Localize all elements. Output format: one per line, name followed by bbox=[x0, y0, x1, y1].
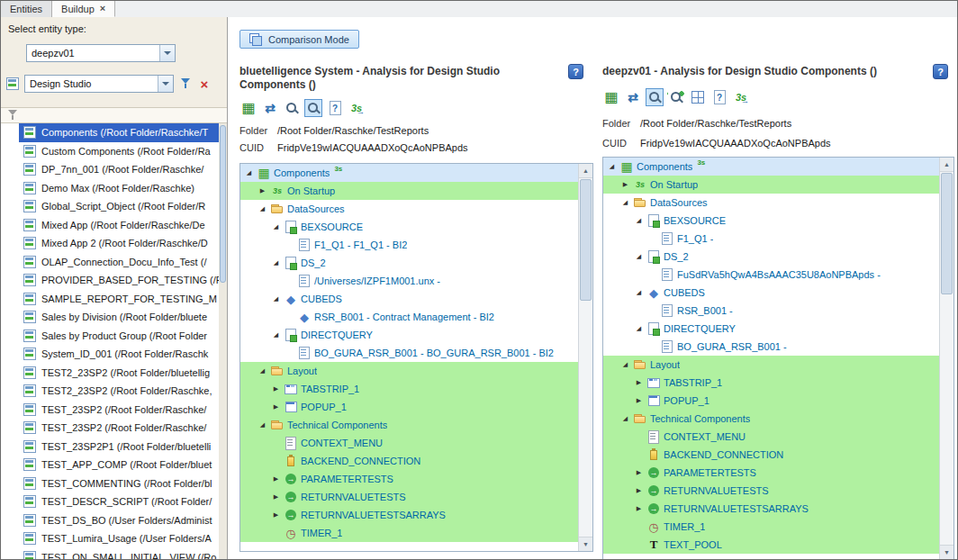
expand-arrow-icon[interactable] bbox=[271, 475, 281, 483]
right-help-icon[interactable] bbox=[933, 64, 948, 79]
tree-item[interactable]: Layout bbox=[603, 356, 940, 374]
entity-list-item[interactable]: TEST_ON_SMALL_INITIAL_VIEW (/Ro bbox=[1, 548, 219, 560]
scroll-down-icon[interactable] bbox=[579, 537, 592, 551]
expand-arrow-icon[interactable] bbox=[634, 469, 644, 476]
entity-list-item[interactable]: Mixed App 2 (/Root Folder/Raschke/D bbox=[1, 234, 219, 253]
tree-item[interactable]: CONTEXT_MENU bbox=[240, 434, 579, 452]
export-excel-icon[interactable] bbox=[602, 88, 620, 106]
tree-item[interactable]: DS_2 bbox=[240, 254, 579, 272]
entity-list-item[interactable]: DP_7nn_001 (/Root Folder/Raschke/ bbox=[1, 160, 219, 179]
collapse-arrow-icon[interactable] bbox=[620, 361, 630, 368]
collapse-arrow-icon[interactable] bbox=[258, 205, 267, 212]
tab-buildup[interactable]: Buildup × bbox=[52, 1, 115, 17]
export-excel-icon[interactable] bbox=[240, 99, 258, 117]
tree-item[interactable]: TEXT_POOL bbox=[603, 536, 940, 554]
right-tree-scrollbar[interactable] bbox=[939, 158, 953, 559]
entity-list-item[interactable]: TEST2_23SP2 (/Root Folder/bluetellig bbox=[1, 364, 219, 383]
tree-item[interactable]: BEXSOURCE bbox=[603, 212, 940, 230]
scroll-up-icon[interactable] bbox=[940, 158, 953, 172]
entity-list-item[interactable]: PROVIDER_BASED_FOR_TESTING (/R bbox=[1, 271, 219, 290]
tab-entities[interactable]: Entities bbox=[1, 1, 52, 17]
entity-list-item[interactable]: TEST_23SP2 (/Root Folder/Raschke/ bbox=[1, 401, 219, 420]
tree-item[interactable]: TABSTRIP_1 bbox=[603, 374, 940, 392]
sidebar-scrollbar[interactable] bbox=[219, 123, 227, 559]
tab-close-icon[interactable]: × bbox=[100, 4, 105, 14]
collapse-arrow-icon[interactable] bbox=[620, 415, 630, 422]
startup-script-icon[interactable] bbox=[348, 99, 366, 117]
scrollbar-thumb[interactable] bbox=[220, 125, 226, 283]
transfer-icon[interactable] bbox=[261, 99, 279, 117]
collapse-arrow-icon[interactable] bbox=[620, 199, 630, 206]
tree-item[interactable]: DS_2 bbox=[603, 248, 940, 266]
zoom-fit-icon[interactable] bbox=[667, 88, 685, 106]
collapse-arrow-icon[interactable] bbox=[271, 331, 281, 339]
entity-list-item[interactable]: TEST2_23SP2 (/Root Folder/Raschke, bbox=[1, 382, 219, 401]
entity-list-item[interactable]: OLAP_Connection_Docu_Info_Test (/ bbox=[1, 253, 219, 272]
scroll-down-icon[interactable] bbox=[940, 545, 953, 559]
expand-arrow-icon[interactable] bbox=[620, 181, 630, 188]
chevron-down-icon[interactable] bbox=[159, 45, 175, 61]
tree-item[interactable]: POPUP_1 bbox=[240, 398, 579, 416]
expand-arrow-icon[interactable] bbox=[271, 493, 281, 501]
doc-question-icon[interactable] bbox=[710, 88, 728, 106]
collapse-arrow-icon[interactable] bbox=[634, 289, 644, 296]
entity-list-item[interactable]: System_ID_001 (/Root Folder/Raschk bbox=[1, 345, 219, 364]
comparison-mode-button[interactable]: Comparison Mode bbox=[240, 30, 359, 49]
entity-list-item[interactable]: TEST_23SP2 (/Root Folder/Raschke/ bbox=[1, 419, 219, 438]
tree-item[interactable]: CONTEXT_MENU bbox=[603, 428, 940, 446]
expand-arrow-icon[interactable] bbox=[634, 397, 644, 404]
tree-item[interactable]: Components3s bbox=[240, 164, 579, 182]
entity-list-item[interactable]: TEST_COMMENTING (/Root Folder/bl bbox=[1, 474, 219, 493]
collapse-arrow-icon[interactable] bbox=[607, 163, 617, 170]
tree-item[interactable]: TIMER_1 bbox=[240, 524, 579, 542]
tree-item[interactable]: BO_GURA_RSR_B001 - BO_GURA_RSR_B001 - BI… bbox=[240, 344, 579, 362]
system-combobox[interactable]: deepzv01 bbox=[26, 44, 176, 62]
left-tree-scrollbar[interactable] bbox=[578, 164, 592, 551]
tree-item[interactable]: RETURNVALUETESTS bbox=[603, 482, 940, 500]
tree-item[interactable]: DIRECTQUERY bbox=[240, 326, 579, 344]
zoom-fit-icon[interactable] bbox=[304, 99, 322, 117]
collapse-arrow-icon[interactable] bbox=[634, 217, 644, 224]
zoom-icon[interactable] bbox=[283, 99, 301, 117]
entity-list-item[interactable]: TEST_Lumira_Usage (/User Folders/A bbox=[1, 529, 219, 548]
entity-list-item[interactable]: Global_Script_Object (/Root Folder/R bbox=[1, 197, 219, 216]
expand-arrow-icon[interactable] bbox=[634, 505, 644, 512]
tree-item[interactable]: On Startup bbox=[240, 182, 579, 200]
scrollbar-thumb[interactable] bbox=[580, 179, 592, 301]
entity-list-item[interactable]: TEST_DS_BO (/User Folders/Administ bbox=[1, 511, 219, 530]
tree-item[interactable]: RETURNVALUETESTSARRAYS bbox=[240, 506, 579, 524]
tree-item[interactable]: Technical Components bbox=[603, 410, 940, 428]
collapse-arrow-icon[interactable] bbox=[271, 295, 281, 303]
tree-item[interactable]: PARAMETERTESTS bbox=[240, 470, 579, 488]
tree-item[interactable]: DataSources bbox=[603, 194, 940, 212]
tree-item[interactable]: Technical Components bbox=[240, 416, 579, 434]
scroll-up-icon[interactable] bbox=[579, 164, 592, 178]
entity-list-item[interactable]: Mixed App (/Root Folder/Raschke/De bbox=[1, 216, 219, 235]
collapse-arrow-icon[interactable] bbox=[258, 421, 267, 429]
tree-item[interactable]: RSR_B001 - bbox=[603, 302, 940, 320]
expand-arrow-icon[interactable] bbox=[258, 187, 267, 194]
scrollbar-thumb[interactable] bbox=[941, 173, 953, 294]
tree-item[interactable]: TIMER_1 bbox=[603, 518, 940, 536]
entity-list-item[interactable]: Demo Max (/Root Folder/Raschke) bbox=[1, 179, 219, 198]
tree-item[interactable]: TABSTRIP_1 bbox=[240, 380, 579, 398]
left-help-icon[interactable] bbox=[568, 64, 583, 79]
collapse-arrow-icon[interactable] bbox=[258, 367, 267, 375]
tree-item[interactable]: RETURNVALUETESTS bbox=[240, 488, 579, 506]
tree-item[interactable]: RSR_B001 - Contract Management - BI2 bbox=[240, 308, 579, 326]
filter-funnel-button[interactable] bbox=[178, 76, 194, 92]
entity-list-item[interactable]: TEST_APP_COMP (/Root Folder/bluet bbox=[1, 456, 219, 474]
tree-item[interactable]: BACKEND_CONNECTION bbox=[240, 452, 579, 470]
entity-list-item[interactable]: Custom Components (/Root Folder/Ra bbox=[1, 142, 219, 161]
collapse-arrow-icon[interactable] bbox=[271, 259, 281, 266]
entity-list-item[interactable]: TEST_23SP2P1 (/Root Folder/bluetelli bbox=[1, 438, 219, 456]
doc-question-icon[interactable] bbox=[326, 99, 344, 117]
entity-list-item[interactable]: Sales by Division (/Root Folder/bluete bbox=[1, 308, 219, 327]
tree-item[interactable]: DIRECTQUERY bbox=[603, 320, 940, 338]
entity-list-item[interactable]: Components (/Root Folder/Raschke/T bbox=[1, 123, 219, 142]
collapse-arrow-icon[interactable] bbox=[634, 253, 644, 260]
tree-item[interactable]: POPUP_1 bbox=[603, 392, 940, 410]
entity-list-item[interactable]: Sales by Product Group (/Root Folder bbox=[1, 327, 219, 346]
chevron-down-icon[interactable] bbox=[158, 76, 173, 92]
expand-arrow-icon[interactable] bbox=[271, 385, 281, 393]
